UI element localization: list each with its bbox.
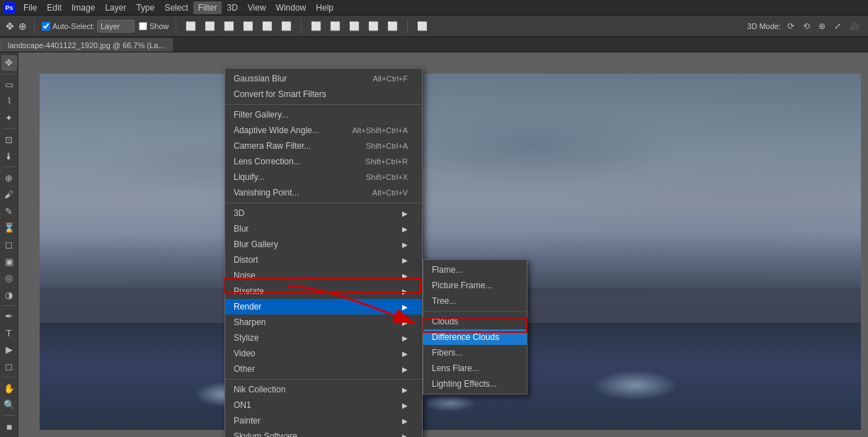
gradient-btn[interactable]: ▣ bbox=[1, 254, 17, 269]
shape-tool-btn[interactable]: ◻ bbox=[1, 359, 17, 375]
magic-wand-btn[interactable]: ✦ bbox=[1, 110, 17, 126]
options-separator-1 bbox=[34, 19, 35, 33]
auto-select-checkbox[interactable] bbox=[42, 22, 50, 30]
align-mid-btn[interactable]: ⬜ bbox=[260, 20, 275, 33]
crop-tool-btn[interactable]: ⊡ bbox=[1, 132, 17, 147]
canvas-area: Gaussian Blur Alt+Ctrl+F Convert for Sma… bbox=[18, 52, 868, 437]
3d-mode-btn5[interactable]: 🎥 bbox=[847, 20, 862, 33]
app-icon: Ps bbox=[3, 1, 16, 14]
show-transform-checkbox[interactable] bbox=[139, 22, 147, 30]
filter-blur-gallery[interactable]: Blur Gallery ▶ bbox=[225, 237, 422, 252]
render-lens-flare[interactable]: Lens Flare... bbox=[423, 361, 527, 376]
file-tab[interactable]: landscape-4401122_1920.jpg @ 66.7% (La..… bbox=[0, 38, 173, 52]
lasso-tool-btn[interactable]: ⌇ bbox=[1, 93, 17, 109]
filter-3d[interactable]: 3D ▶ bbox=[225, 205, 422, 221]
spot-heal-btn[interactable]: ⊕ bbox=[1, 170, 17, 186]
render-fibers[interactable]: Fibers... bbox=[423, 345, 527, 361]
menu-help[interactable]: Help bbox=[311, 1, 338, 14]
3d-mode-btn3[interactable]: ⊕ bbox=[816, 20, 828, 33]
filter-stylize[interactable]: Stylize ▶ bbox=[225, 330, 422, 346]
render-flame[interactable]: Flame... bbox=[423, 262, 527, 278]
align-left-btn[interactable]: ⬜ bbox=[183, 20, 198, 33]
move-tool-btn[interactable]: ✥ bbox=[1, 55, 17, 71]
filter-pixelate[interactable]: Pixelate ▶ bbox=[225, 283, 422, 299]
filter-render[interactable]: Render ▶ bbox=[225, 299, 422, 314]
auto-align-btn[interactable]: ⬜ bbox=[415, 20, 430, 33]
show-transform-group: Show bbox=[139, 22, 169, 30]
menu-window[interactable]: Window bbox=[271, 1, 312, 14]
align-bottom-btn[interactable]: ⬜ bbox=[279, 20, 294, 33]
hand-tool-btn[interactable]: ✋ bbox=[1, 380, 17, 396]
3d-mode-btn1[interactable]: ⟳ bbox=[785, 20, 796, 33]
filter-on1[interactable]: ON1 ▶ bbox=[225, 397, 422, 413]
pen-tool-btn[interactable]: ✒ bbox=[1, 309, 17, 324]
filter-adaptive-wide[interactable]: Adaptive Wide Angle... Alt+Shift+Ctrl+A bbox=[225, 123, 422, 138]
distribute-btn5[interactable]: ⬜ bbox=[385, 20, 400, 33]
filter-vanishing-point[interactable]: Vanishing Point... Alt+Ctrl+V bbox=[225, 185, 422, 200]
auto-select-group: Auto-Select: Layer Group bbox=[42, 20, 135, 33]
render-picture-frame[interactable]: Picture Frame... bbox=[423, 278, 527, 293]
tool-sep-2 bbox=[3, 128, 16, 129]
clone-stamp-btn[interactable]: ✎ bbox=[1, 204, 17, 220]
filter-painter[interactable]: Painter ▶ bbox=[225, 413, 422, 429]
filter-nik[interactable]: Nik Collection ▶ bbox=[225, 382, 422, 397]
filter-smart-filters[interactable]: Convert for Smart Filters bbox=[225, 86, 422, 102]
eyedropper-btn[interactable]: 🌡 bbox=[1, 149, 17, 164]
main-layout: ✥ ▭ ⌇ ✦ ⊡ 🌡 ⊕ 🖌 ✎ ⌛ ◻ ▣ ◎ ◑ ✒ T ▶ ◻ ✋ 🔍 … bbox=[0, 52, 868, 437]
menu-filter[interactable]: Filter bbox=[193, 1, 222, 14]
menu-file[interactable]: File bbox=[18, 1, 42, 14]
filter-noise[interactable]: Noise ▶ bbox=[225, 268, 422, 283]
distribute-btn2[interactable]: ⬜ bbox=[328, 20, 343, 33]
filter-liquify[interactable]: Liquify... Shift+Ctrl+X bbox=[225, 169, 422, 185]
render-clouds[interactable]: Clouds bbox=[423, 314, 527, 329]
zoom-tool-btn[interactable]: 🔍 bbox=[1, 397, 17, 413]
distribute-btn3[interactable]: ⬜ bbox=[347, 20, 362, 33]
filter-lens-correction[interactable]: Lens Correction... Shift+Ctrl+R bbox=[225, 154, 422, 169]
filter-gaussian-blur[interactable]: Gaussian Blur Alt+Ctrl+F bbox=[225, 71, 422, 86]
brush-tool-btn[interactable]: 🖌 bbox=[1, 187, 17, 203]
options-separator-2 bbox=[176, 19, 176, 33]
auto-select-dropdown[interactable]: Layer Group bbox=[97, 20, 135, 33]
menu-view[interactable]: View bbox=[243, 1, 271, 14]
menu-edit[interactable]: Edit bbox=[42, 1, 67, 14]
menu-bar: Ps File Edit Image Layer Type Select Fil… bbox=[0, 0, 868, 16]
tool-sep-3 bbox=[3, 166, 16, 167]
filter-blur[interactable]: Blur ▶ bbox=[225, 221, 422, 237]
menu-select[interactable]: Select bbox=[159, 1, 193, 14]
options-separator-4 bbox=[407, 19, 408, 33]
distribute-btn4[interactable]: ⬜ bbox=[366, 20, 381, 33]
dodge-btn[interactable]: ◑ bbox=[1, 287, 17, 302]
filter-sharpen[interactable]: Sharpen ▶ bbox=[225, 314, 422, 330]
render-tree[interactable]: Tree... bbox=[423, 293, 527, 309]
filter-dropdown-menu: Gaussian Blur Alt+Ctrl+F Convert for Sma… bbox=[224, 68, 423, 437]
filter-skylum[interactable]: Skylum Software ▶ bbox=[225, 429, 422, 437]
3d-mode-btn2[interactable]: ⟲ bbox=[801, 20, 812, 33]
render-lighting-effects[interactable]: Lighting Effects... bbox=[423, 376, 527, 392]
options-separator-3 bbox=[301, 19, 302, 33]
3d-mode-btn4[interactable]: ⤢ bbox=[832, 20, 843, 33]
marquee-tool-btn[interactable]: ▭ bbox=[1, 77, 17, 93]
fg-bg-colors[interactable]: ◼ bbox=[1, 419, 17, 434]
filter-video[interactable]: Video ▶ bbox=[225, 346, 422, 361]
text-tool-btn[interactable]: T bbox=[1, 326, 17, 341]
filter-other[interactable]: Other ▶ bbox=[225, 361, 422, 377]
menu-3d[interactable]: 3D bbox=[222, 1, 242, 14]
ps-logo: Ps bbox=[4, 2, 15, 13]
move-tool-icon: ✥ bbox=[6, 21, 14, 32]
align-top-btn[interactable]: ⬜ bbox=[241, 20, 256, 33]
filter-camera-raw[interactable]: Camera Raw Filter... Shift+Ctrl+A bbox=[225, 138, 422, 154]
history-brush-btn[interactable]: ⌛ bbox=[1, 220, 17, 236]
blur-btn[interactable]: ◎ bbox=[1, 271, 17, 286]
align-center-btn[interactable]: ⬜ bbox=[202, 20, 217, 33]
distribute-btn1[interactable]: ⬜ bbox=[309, 20, 324, 33]
menu-type[interactable]: Type bbox=[131, 1, 159, 14]
menu-image[interactable]: Image bbox=[67, 1, 100, 14]
render-difference-clouds[interactable]: Difference Clouds bbox=[423, 329, 527, 345]
eraser-btn[interactable]: ◻ bbox=[1, 237, 17, 253]
filter-gallery[interactable]: Filter Gallery... bbox=[225, 107, 422, 123]
filter-distort[interactable]: Distort ▶ bbox=[225, 252, 422, 268]
left-toolbar: ✥ ▭ ⌇ ✦ ⊡ 🌡 ⊕ 🖌 ✎ ⌛ ◻ ▣ ◎ ◑ ✒ T ▶ ◻ ✋ 🔍 … bbox=[0, 52, 18, 437]
menu-layer[interactable]: Layer bbox=[100, 1, 131, 14]
align-right-btn[interactable]: ⬜ bbox=[222, 20, 236, 33]
path-select-btn[interactable]: ▶ bbox=[1, 342, 17, 358]
